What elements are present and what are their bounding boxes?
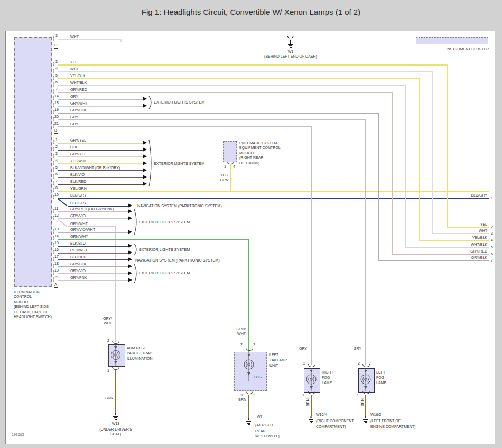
ground-location: (UNDER DRIVER'S SEAT): [89, 427, 142, 437]
offpage-arrow: [143, 182, 147, 186]
pin-arc: ): [52, 62, 55, 67]
wire-vert-brn: [365, 395, 366, 416]
wire-vert-yel-blk: [419, 78, 420, 240]
wire-vert-grn-wht: [248, 239, 249, 352]
pin-number: 1: [491, 196, 493, 200]
wire-line-wht: [58, 39, 122, 40]
wire-label: GRY: [299, 347, 307, 350]
wire-label: BRN: [360, 398, 364, 406]
pin-number: 21: [54, 122, 59, 125]
ground-bar: [247, 423, 250, 424]
wire-label: BLK/BLU: [70, 241, 86, 245]
wire-label: BLU/GRY: [455, 193, 487, 197]
wire-label: BLK: [70, 145, 77, 149]
offpage-arrow: [143, 141, 147, 145]
pin-number: 6: [491, 252, 493, 256]
lamp-icon: [358, 368, 374, 391]
pin-arc: ): [52, 167, 55, 172]
left-fog-lamp-label: LEFT FOG LAMP: [376, 370, 386, 386]
wire-vert-wht: [432, 71, 433, 233]
wire-label: BLK/VIO/WHT (OR BLK/GRY): [70, 166, 120, 170]
pin-number: 3: [55, 34, 58, 38]
offpage-arrow: [128, 216, 132, 220]
pin-number: 10: [54, 193, 59, 197]
pin-number: 2: [253, 393, 255, 397]
pin-number: 7: [55, 179, 58, 183]
wire-vert-gry-wht: [115, 226, 116, 342]
pin-arc: ): [52, 161, 55, 165]
pin-number: 19: [54, 268, 59, 272]
wire-line-blk-blu: [58, 246, 128, 247]
wire-vert-wht-blk: [405, 85, 406, 247]
wire-label: GRY/VIO/WHT: [70, 228, 95, 231]
offpage-arrow: [128, 244, 132, 248]
wire-line-gry-yel: [58, 143, 143, 144]
wire-stub: [432, 233, 489, 234]
wire-label: BLU/GRY: [70, 201, 87, 205]
pin-number: 2: [358, 361, 360, 365]
pin-arc: ): [52, 181, 55, 186]
pin-number: 14: [54, 94, 59, 98]
pin-arc: ): [52, 36, 55, 41]
pin-number: 5: [491, 245, 493, 249]
pin-number: 2: [107, 339, 109, 342]
pin-number: 1: [107, 369, 109, 372]
wire-label: GRN/WHT: [70, 235, 88, 238]
pin-number: 13: [54, 227, 59, 231]
pin-number: 7: [55, 87, 58, 91]
wire-line-gry-yel: [58, 156, 143, 157]
pin-number: 5: [55, 165, 58, 169]
wire-label: GRY/PNK: [70, 276, 87, 279]
wire-label: YEL/WHT: [70, 159, 87, 163]
figure-title: Fig 1: Headlights Circuit, Convertible W…: [0, 7, 502, 16]
pin-number: 21: [54, 275, 59, 279]
wire-label: GRY/WHT: [70, 222, 88, 226]
wire-label: GRY/VIO: [70, 214, 86, 218]
wire-label: GRY/RED (OR GRY/PNK): [70, 207, 114, 211]
wire-stub: [419, 240, 489, 241]
wire-line-blu-red: [58, 259, 128, 260]
lamp-icon: [108, 344, 124, 366]
offpage-arrow: [128, 278, 132, 282]
pin-number: 15: [54, 241, 59, 245]
armrest-lamp-label: ARM REST PARCEL TRAY ILLUMINATION: [127, 346, 153, 361]
wire-line-gry-red: [58, 92, 393, 93]
wire-vert-brn: [248, 395, 249, 418]
ground-dot: [365, 416, 366, 418]
pin-number: 6: [55, 80, 58, 84]
wire-line-grn-wht: [58, 239, 249, 240]
wire-label: GRY/BLK: [70, 108, 86, 112]
offpage-arrow: [143, 168, 147, 172]
wire-label: GRY/BLK: [70, 262, 86, 266]
offpage-arrow: [143, 161, 147, 165]
wire-label: WHT: [70, 67, 79, 71]
lamp-icon: [304, 368, 319, 391]
offpage-arrow: [128, 203, 132, 208]
ground-name: W1: [283, 50, 299, 53]
pin-number: 18: [54, 262, 59, 265]
pin-arc: ): [52, 89, 55, 94]
pin-number: 3: [491, 231, 493, 235]
wiring-diagram-page: { "title": "Fig 1: Headlights Circuit, C…: [0, 0, 502, 448]
wire-line-gry-vio: [58, 218, 128, 219]
pin-arc: ): [52, 69, 55, 73]
pin-number: 4: [55, 158, 58, 162]
wire-vert-gry-rightfog: [311, 126, 312, 365]
wire-vert-gry-blk: [378, 113, 379, 260]
ground-bar: [310, 421, 313, 422]
connector-letter-d: D: [54, 43, 58, 49]
pin-number: 7: [491, 258, 493, 262]
wire-stub: [447, 227, 489, 228]
taillamp-bulb-label: FOG: [254, 375, 262, 379]
offpage-arrow: [128, 271, 132, 275]
wire-label: WHT/BLK: [455, 242, 487, 246]
wire-label: BRN: [306, 398, 310, 406]
ground-name: W16/3: [370, 413, 381, 416]
ground-bar: [311, 422, 312, 423]
wire-label: GRY/YEL: [70, 138, 86, 142]
pin-number: 2: [240, 343, 243, 347]
wire-line-gry: [58, 126, 311, 127]
wire-line-gry-blk: [58, 113, 378, 114]
system-label-exterior: EXTERIOR LIGHTS SYSTEM: [139, 270, 190, 275]
pin-number: 11: [54, 207, 58, 210]
